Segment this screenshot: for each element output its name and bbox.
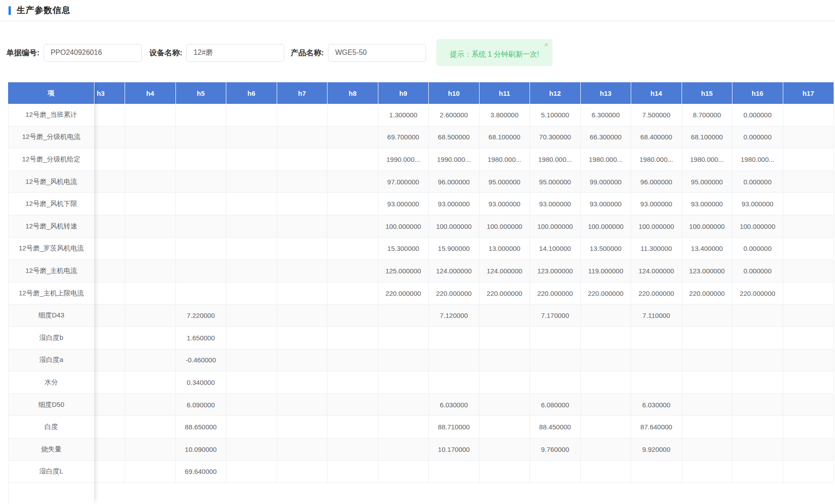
value-cell-h16: 100.000000 xyxy=(732,215,783,238)
value-cell-h14: 124.000000 xyxy=(631,260,682,282)
value-cell-h9: 1.300000 xyxy=(378,104,429,126)
value-cell-h9: 220.000000 xyxy=(378,282,429,305)
value-cell-h7 xyxy=(277,416,328,438)
value-cell-h6 xyxy=(226,282,277,305)
value-cell-h17 xyxy=(783,371,834,394)
order-no-label: 单据编号: xyxy=(6,48,40,58)
value-cell-h9 xyxy=(378,438,429,461)
row-label-cell: 烧失量 xyxy=(8,438,94,461)
row-label-cell: 水分 xyxy=(8,371,94,394)
value-cell-h6 xyxy=(226,304,277,327)
value-cell-h15: 95.000000 xyxy=(682,171,733,193)
value-cell-h3 xyxy=(94,171,125,193)
value-cell-h9: 69.700000 xyxy=(378,126,429,149)
value-cell-h6 xyxy=(226,215,277,238)
value-cell-h8 xyxy=(328,304,378,327)
table-row: 100.000000100.000000100.000000100.000000… xyxy=(94,215,835,238)
column-header-h8: h8 xyxy=(328,82,378,104)
value-cell-h14: 9.920000 xyxy=(631,438,682,461)
value-cell-h16 xyxy=(732,304,783,327)
value-cell-h15: 123.000000 xyxy=(682,260,733,282)
product-name-input[interactable] xyxy=(328,44,426,62)
value-cell-h14: 100.000000 xyxy=(631,215,682,238)
value-cell-h14: 7.110000 xyxy=(631,304,682,327)
close-icon[interactable]: × xyxy=(544,41,548,49)
row-label-cell: 12号磨_分级机电流 xyxy=(8,126,94,149)
value-cell-h3 xyxy=(94,349,125,372)
value-cell-h10: 15.900000 xyxy=(429,238,480,260)
value-cell-h7 xyxy=(277,349,328,372)
value-cell-h16: 93.000000 xyxy=(732,193,783,215)
value-cell-h16 xyxy=(732,394,783,416)
order-no-input[interactable] xyxy=(44,44,142,62)
value-cell-h13: 93.000000 xyxy=(581,193,632,215)
value-cell-h5: 7.220000 xyxy=(176,304,227,327)
title-accent-bar xyxy=(9,6,11,15)
value-cell-h15 xyxy=(682,394,733,416)
value-cell-h13 xyxy=(581,394,632,416)
value-cell-h16 xyxy=(732,371,783,394)
value-cell-h8 xyxy=(328,461,378,483)
value-cell-h13: 99.000000 xyxy=(581,171,632,193)
value-cell-h7 xyxy=(277,282,328,305)
value-cell-h11: 124.000000 xyxy=(480,260,530,282)
value-cell-h10: 124.000000 xyxy=(429,260,480,282)
value-cell-h14: 220.000000 xyxy=(631,282,682,305)
value-cell-h13 xyxy=(581,461,632,483)
column-header-h6: h6 xyxy=(226,82,277,104)
value-cell-h5 xyxy=(176,238,227,260)
value-cell-h15 xyxy=(682,416,733,438)
refresh-tip-banner: 提示：系统 1 分钟刷新一次! × xyxy=(436,39,552,66)
value-cell-h4 xyxy=(125,238,176,260)
table-row: 1.3000002.6000003.8000005.1000006.300000… xyxy=(94,104,835,126)
column-header-h14: h14 xyxy=(631,82,682,104)
value-cell-h6 xyxy=(226,193,277,215)
table-row: 10.09000010.1700009.7600009.920000 xyxy=(94,438,835,461)
value-cell-h4 xyxy=(125,171,176,193)
value-cell-h5: 69.640000 xyxy=(176,461,227,483)
device-name-input[interactable] xyxy=(186,44,284,62)
value-cell-h8 xyxy=(328,282,378,305)
value-cell-h11 xyxy=(480,327,530,349)
table-row: 69.640000 xyxy=(94,461,835,483)
value-cell-h14: 1980.000... xyxy=(631,148,682,171)
value-cell-h4 xyxy=(125,260,176,282)
row-label-cell: 12号磨_主机上限电流 xyxy=(8,282,94,305)
label-header-cell: 项 xyxy=(8,82,94,104)
value-cell-h3 xyxy=(94,304,125,327)
table-row: 97.00000096.00000095.00000095.00000099.0… xyxy=(94,171,835,193)
value-cell-h8 xyxy=(328,327,378,349)
value-cell-h3 xyxy=(94,416,125,438)
value-cell-h4 xyxy=(125,327,176,349)
value-cell-h13: 100.000000 xyxy=(581,215,632,238)
value-cell-h11: 13.000000 xyxy=(480,238,530,260)
value-cell-h12: 9.760000 xyxy=(530,438,581,461)
value-cell-h6 xyxy=(226,394,277,416)
table-row: 0.340000 xyxy=(94,371,835,394)
value-cell-h12: 7.170000 xyxy=(530,304,581,327)
value-cell-h17 xyxy=(783,438,834,461)
value-cell-h9 xyxy=(378,461,429,483)
value-cell-h6 xyxy=(226,260,277,282)
value-cell-h6 xyxy=(226,104,277,126)
value-cell-h17 xyxy=(783,171,834,193)
value-cell-h5 xyxy=(176,104,227,126)
row-label-cell: 12号磨_风机电流 xyxy=(8,171,94,193)
value-cell-h6 xyxy=(226,171,277,193)
production-table: 项12号磨_当班累计12号磨_分级机电流12号磨_分级机给定12号磨_风机电流1… xyxy=(8,82,835,504)
value-cell-h5 xyxy=(176,171,227,193)
value-cell-h16 xyxy=(732,416,783,438)
value-cell-h3 xyxy=(94,371,125,394)
value-cell-h14: 93.000000 xyxy=(631,193,682,215)
value-cell-h4 xyxy=(125,461,176,483)
value-cell-h12: 1980.000... xyxy=(530,148,581,171)
value-cell-h6 xyxy=(226,438,277,461)
value-cell-h5 xyxy=(176,193,227,215)
value-cell-h14: 7.500000 xyxy=(631,104,682,126)
value-cell-h4 xyxy=(125,394,176,416)
value-cell-h4 xyxy=(125,438,176,461)
scroll-columns[interactable]: h3h4h5h6h7h8h9h10h11h12h13h14h15h16h171.… xyxy=(94,82,835,483)
value-cell-h4 xyxy=(125,148,176,171)
value-cell-h15 xyxy=(682,461,733,483)
value-cell-h12: 5.100000 xyxy=(530,104,581,126)
